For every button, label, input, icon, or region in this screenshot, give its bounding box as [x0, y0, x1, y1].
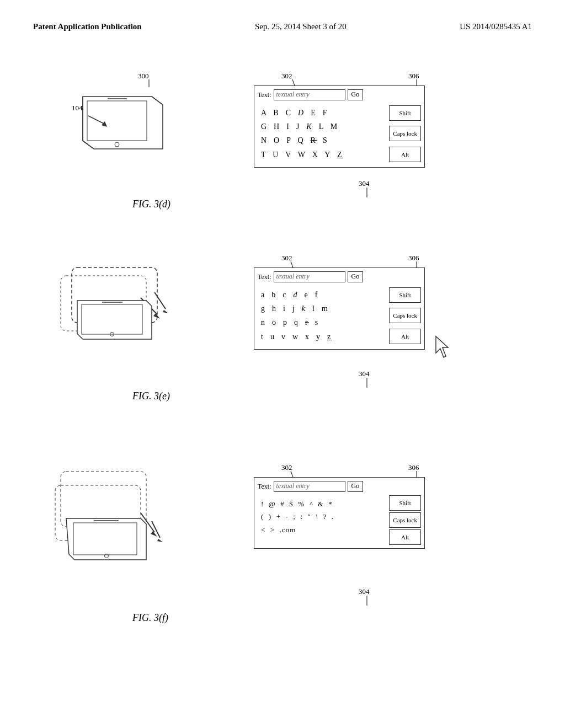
text-field-row-3e: Text: textual entry Go — [258, 271, 421, 282]
ref-302-3e: 302 — [281, 254, 292, 263]
device-sketch-3d — [66, 85, 177, 159]
fig-3d-label: FIG. 3(d) — [132, 199, 170, 210]
keys-row3-3d: N O P Q R S — [261, 133, 382, 147]
caps-btn-3d[interactable]: Caps lock — [389, 126, 421, 141]
keys-row3-3f: < > .com — [261, 523, 382, 536]
device-svg-3e — [50, 259, 182, 347]
text-input-3f[interactable]: textual entry — [274, 481, 345, 492]
text-input-3d[interactable]: textual entry — [274, 89, 345, 100]
letter-keys-3d: A B C D E F G H I J K L M N O P Q R S T … — [258, 104, 386, 164]
go-button-3e[interactable]: Go — [348, 271, 364, 282]
keys-row2-3d: G H I J K L M — [261, 120, 382, 133]
keys-row1-3f: ! @ # $ % ^ & * — [261, 497, 382, 510]
keys-row4-3d: T U V W X Y Z — [261, 148, 382, 162]
letter-keys-3e: a b c d e f g h i j k l m n o p q r s t … — [258, 286, 386, 346]
svg-marker-20 — [436, 336, 448, 357]
caps-btn-3f[interactable]: Caps lock — [389, 512, 421, 528]
fig-3e-label: FIG. 3(e) — [132, 390, 170, 402]
alt-btn-3d[interactable]: Alt — [389, 147, 421, 162]
keys-row4-3e: t u v w x y z — [261, 330, 382, 344]
device-svg-3f — [44, 469, 182, 579]
ref-304-3d: 304 — [359, 179, 370, 188]
fig3e-cursor — [436, 336, 452, 358]
keys-row1-3e: a b c d e f — [261, 288, 382, 302]
alt-btn-3f[interactable]: Alt — [389, 529, 421, 545]
caps-btn-3e[interactable]: Caps lock — [389, 308, 421, 323]
page-header: Patent Application Publication Sep. 25, … — [0, 22, 565, 31]
shift-btn-3e[interactable]: Shift — [389, 287, 421, 303]
keyboard-panel-3f: Text: textual entry Go ! @ # $ % ^ & * (… — [254, 477, 425, 549]
ref-306-3f: 306 — [408, 463, 419, 472]
ref-302-3d: 302 — [281, 72, 292, 81]
side-buttons-3f: Shift Caps lock Alt — [389, 495, 421, 545]
svg-rect-5 — [87, 101, 147, 141]
shift-btn-3f[interactable]: Shift — [389, 495, 421, 511]
device-sketch-3e — [50, 259, 182, 350]
letter-keys-3f: ! @ # $ % ^ & * ( ) + - ; : " \ ? . < > … — [258, 495, 386, 545]
text-input-3e[interactable]: textual entry — [274, 271, 345, 282]
side-buttons-3e: Shift Caps lock Alt — [389, 286, 421, 346]
keyboard-panel-3d: Text: textual entry Go A B C D E F G H I… — [254, 85, 425, 168]
ref-300: 300 — [138, 72, 149, 81]
keyboard-panel-3e: Text: textual entry Go a b c d e f g h i… — [254, 267, 425, 350]
text-label-3f: Text: — [258, 483, 271, 491]
header-publication-label: Patent Application Publication — [33, 22, 142, 31]
keys-row2-3f: ( ) + - ; : " \ ? . — [261, 510, 382, 523]
ref-306-3d: 306 — [408, 72, 419, 81]
header-date-sheet: Sep. 25, 2014 Sheet 3 of 20 — [255, 22, 347, 31]
keys-area-3f: ! @ # $ % ^ & * ( ) + - ; : " \ ? . < > … — [258, 495, 421, 545]
keys-row2-3e: g h i j k l m — [261, 302, 382, 315]
figure-3d-section: 300 302 306 104 T — [33, 72, 532, 265]
ref-302-3f: 302 — [281, 463, 292, 472]
go-button-3d[interactable]: Go — [348, 89, 364, 100]
ref-304-3e: 304 — [359, 370, 370, 378]
ref-306-3e: 306 — [408, 254, 419, 263]
text-label-3e: Text: — [258, 273, 271, 281]
svg-line-18 — [154, 292, 166, 309]
figure-3f-section: 302 306 Text: textual — [33, 463, 532, 673]
keys-area-3d: A B C D E F G H I J K L M N O P Q R S T … — [258, 104, 421, 164]
go-button-3f[interactable]: Go — [348, 481, 364, 492]
device-svg-3d — [66, 85, 177, 157]
fig-3f-label: FIG. 3(f) — [132, 612, 168, 624]
keys-row3-3e: n o p q r s — [261, 315, 382, 329]
keys-area-3e: a b c d e f g h i j k l m n o p q r s t … — [258, 286, 421, 346]
header-patent-number: US 2014/0285435 A1 — [460, 22, 532, 31]
svg-point-6 — [115, 142, 119, 147]
alt-btn-3e[interactable]: Alt — [389, 329, 421, 344]
figure-3e-section: 302 306 Text: textual — [33, 254, 532, 452]
svg-marker-32 — [157, 539, 163, 542]
text-label-3d: Text: — [258, 91, 271, 99]
shift-btn-3d[interactable]: Shift — [389, 105, 421, 121]
text-field-row-3f: Text: textual entry Go — [258, 481, 421, 492]
svg-line-31 — [152, 521, 160, 538]
text-field-row-3d: Text: textual entry Go — [258, 89, 421, 100]
side-buttons-3d: Shift Caps lock Alt — [389, 104, 421, 164]
svg-marker-19 — [163, 310, 168, 313]
device-sketch-3f — [44, 469, 182, 581]
ref-304-3f: 304 — [359, 587, 370, 596]
keys-row1-3d: A B C D E F — [261, 106, 382, 120]
